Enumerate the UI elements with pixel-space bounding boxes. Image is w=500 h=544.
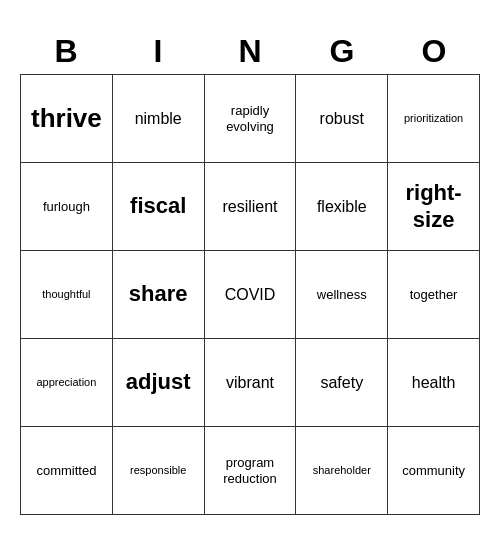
bingo-cell-r3-c2: vibrant <box>205 339 297 427</box>
bingo-cell-r3-c0: appreciation <box>21 339 113 427</box>
bingo-cell-r0-c0: thrive <box>21 75 113 163</box>
bingo-cell-r2-c4: together <box>388 251 480 339</box>
bingo-letter: G <box>296 29 388 74</box>
bingo-cell-r3-c4: health <box>388 339 480 427</box>
bingo-cell-r1-c3: flexible <box>296 163 388 251</box>
bingo-letter: I <box>112 29 204 74</box>
bingo-cell-r0-c4: prioritization <box>388 75 480 163</box>
bingo-cell-r2-c3: wellness <box>296 251 388 339</box>
bingo-cell-r4-c0: committed <box>21 427 113 515</box>
bingo-grid: thrivenimblerapidly evolvingrobustpriori… <box>20 74 480 515</box>
bingo-letter: B <box>20 29 112 74</box>
bingo-card: BINGO thrivenimblerapidly evolvingrobust… <box>20 29 480 515</box>
bingo-cell-r1-c4: right-size <box>388 163 480 251</box>
bingo-cell-r1-c1: fiscal <box>113 163 205 251</box>
bingo-header: BINGO <box>20 29 480 74</box>
bingo-cell-r2-c0: thoughtful <box>21 251 113 339</box>
bingo-cell-r4-c4: community <box>388 427 480 515</box>
bingo-cell-r1-c0: furlough <box>21 163 113 251</box>
bingo-cell-r3-c3: safety <box>296 339 388 427</box>
bingo-cell-r4-c2: program reduction <box>205 427 297 515</box>
bingo-cell-r0-c1: nimble <box>113 75 205 163</box>
bingo-cell-r2-c1: share <box>113 251 205 339</box>
bingo-cell-r1-c2: resilient <box>205 163 297 251</box>
bingo-cell-r0-c2: rapidly evolving <box>205 75 297 163</box>
bingo-letter: O <box>388 29 480 74</box>
bingo-cell-r2-c2: COVID <box>205 251 297 339</box>
bingo-cell-r0-c3: robust <box>296 75 388 163</box>
bingo-letter: N <box>204 29 296 74</box>
bingo-cell-r4-c3: shareholder <box>296 427 388 515</box>
bingo-cell-r4-c1: responsible <box>113 427 205 515</box>
bingo-cell-r3-c1: adjust <box>113 339 205 427</box>
